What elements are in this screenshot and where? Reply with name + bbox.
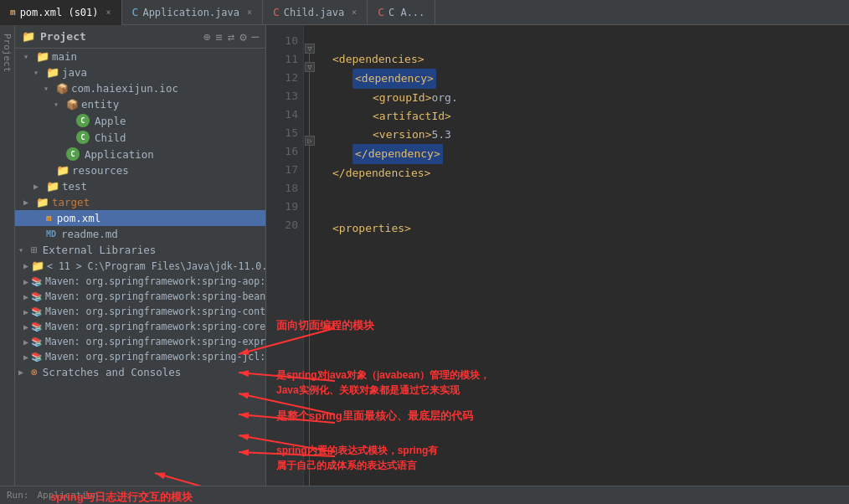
- tree-item-application[interactable]: C Application: [15, 146, 265, 162]
- xml-tag-16: dependency: [368, 147, 434, 160]
- settings-icon[interactable]: ⚙: [239, 30, 246, 44]
- maven-beans-arrow: ▶: [23, 292, 28, 301]
- maven-context-arrow: ▶: [23, 307, 28, 316]
- com-label: com.haiexijun.ioc: [71, 82, 178, 95]
- com-arrow: ▾: [44, 84, 54, 93]
- fold-marker-11[interactable]: ▽: [305, 44, 315, 54]
- maven-expression-label: Maven: org.springframework:spring-expres…: [45, 336, 266, 347]
- tab-more[interactable]: C C A...: [368, 0, 435, 25]
- xml-bracket-11b: >: [418, 50, 424, 69]
- status-bar: Run: Application: [0, 486, 849, 504]
- child-class-icon: C: [76, 131, 90, 144]
- tree-item-target[interactable]: ▶ 📁 target: [15, 194, 265, 210]
- xml-bracket-12b: >: [427, 72, 434, 85]
- resources-folder-icon: 📁: [56, 164, 69, 177]
- tree-item-apple[interactable]: C Apple: [15, 112, 265, 129]
- code-line-14: <artifactId>: [332, 107, 849, 126]
- tab-pom-xml-close[interactable]: ×: [106, 8, 111, 17]
- maven-context-icon: 📚: [31, 306, 43, 317]
- tree-item-java[interactable]: ▾ 📁 java: [15, 64, 265, 80]
- pom-xml-icon: m: [46, 213, 52, 224]
- fold-marker-17[interactable]: ▷: [305, 136, 315, 146]
- project-folder-icon: 📁: [22, 30, 35, 43]
- minimize-icon[interactable]: ─: [252, 30, 259, 44]
- xml-bracket-11a: <: [332, 50, 339, 69]
- tree-item-maven-core[interactable]: ▶ 📚 Maven: org.springframework:spring-co…: [15, 319, 265, 334]
- tab-application-java-close[interactable]: ×: [247, 8, 252, 17]
- tab-application-java-label: Application.java: [142, 7, 239, 18]
- java-label: java: [62, 66, 87, 79]
- tree-item-pom[interactable]: m pom.xml: [15, 210, 265, 226]
- package-icon: 📦: [56, 83, 69, 95]
- sidebar: 📁 Project ⊕ ≡ ⇄ ⚙ ─ ▾ 📁 main: [15, 25, 266, 486]
- tree-item-main[interactable]: ▾ 📁 main: [15, 49, 265, 64]
- scratches-arrow: ▶: [18, 368, 28, 377]
- test-label: test: [62, 180, 87, 193]
- tree-item-readme[interactable]: MD readme.md: [15, 226, 265, 242]
- tree-item-maven-beans[interactable]: ▶ 📚 Maven: org.springframework:spring-be…: [15, 289, 265, 304]
- tree-item-maven-jcl[interactable]: ▶ 📚 Maven: org.springframework:spring-jc…: [15, 349, 265, 364]
- java-blue-tab-icon: C: [132, 6, 139, 18]
- xml-tag-14: artifactId: [379, 107, 445, 126]
- main-label: main: [52, 50, 77, 63]
- tab-pom-xml[interactable]: m pom.xml (s01) ×: [0, 0, 122, 25]
- readme-label: readme.md: [61, 228, 118, 240]
- sync-icon[interactable]: ⊕: [203, 30, 210, 44]
- java-red-tab-icon: C: [273, 6, 280, 18]
- code-lines: <dependencies> <dependency> <groupId>org…: [316, 25, 849, 486]
- xml-bracket-20a: <: [332, 219, 339, 238]
- tree-item-com[interactable]: ▾ 📦 com.haiexijun.ioc: [15, 80, 265, 96]
- maven-aop-arrow: ▶: [23, 277, 28, 286]
- sidebar-title: Project: [40, 30, 86, 43]
- entity-arrow: ▾: [54, 100, 64, 109]
- left-panel: Project 📁 Project ⊕ ≡ ⇄ ⚙ ─: [0, 25, 266, 486]
- tree-item-maven-expression[interactable]: ▶ 📚 Maven: org.springframework:spring-ex…: [15, 334, 265, 349]
- scratches-icon: ⊗: [31, 366, 38, 378]
- xml-text-15: 5.3: [431, 126, 450, 144]
- xml-bracket-16b: >: [434, 147, 440, 160]
- apple-label: Apple: [95, 115, 126, 127]
- tab-application-java[interactable]: C Application.java ×: [122, 0, 263, 25]
- target-folder-icon: 📁: [36, 196, 49, 208]
- tree-item-maven-aop[interactable]: ▶ 📚 Maven: org.springframework:spring-ao…: [15, 274, 265, 289]
- child-label: Child: [95, 131, 126, 144]
- maven-context-label: Maven: org.springframework:spring-contex…: [45, 306, 266, 317]
- xml-bracket-17b: >: [424, 164, 431, 183]
- tree-item-scratches[interactable]: ▶ ⊗ Scratches and Consoles: [15, 364, 265, 380]
- java-more-tab-icon: C: [378, 6, 384, 18]
- tab-pom-xml-label: pom.xml (s01): [20, 7, 99, 18]
- maven-jcl-label: Maven: org.springframework:spring-jcl:5.…: [45, 351, 266, 363]
- tree-item-test[interactable]: ▶ 📁 test: [15, 178, 265, 194]
- fold-marker-12[interactable]: ▽: [305, 62, 315, 72]
- maven-expression-icon: 📚: [31, 337, 43, 347]
- test-folder-icon: 📁: [46, 180, 59, 193]
- split-icon[interactable]: ⇄: [228, 30, 234, 44]
- list-icon[interactable]: ≡: [215, 30, 222, 44]
- tree-item-child[interactable]: C Child: [15, 129, 265, 146]
- sidebar-header: 📁 Project ⊕ ≡ ⇄ ⚙ ─: [15, 25, 265, 49]
- tab-child-java-close[interactable]: ×: [352, 8, 357, 17]
- readme-md-icon: MD: [46, 229, 56, 239]
- tree-item-resources[interactable]: 📁 resources: [15, 162, 265, 178]
- code-content: 10 11 12 13 14 15 16 17 18 19 20 ▽: [266, 25, 849, 486]
- main-arrow: ▾: [23, 52, 33, 61]
- xml-tag-15: version: [379, 126, 425, 144]
- xml-bracket-13a: <: [373, 89, 379, 107]
- test-arrow: ▶: [33, 182, 44, 191]
- xml-bracket-15b: >: [425, 126, 432, 144]
- target-label: target: [52, 196, 90, 208]
- xml-tab-icon: m: [10, 7, 16, 18]
- pom-label: pom.xml: [57, 212, 101, 224]
- tree-item-maven-context[interactable]: ▶ 📚 Maven: org.springframework:spring-co…: [15, 304, 265, 319]
- code-line-11: <dependencies>: [332, 50, 849, 69]
- jdk11-arrow: ▶: [23, 261, 28, 270]
- code-line-15: <version>5.3: [332, 126, 849, 144]
- tree-item-ext-lib[interactable]: ▾ ⊞ External Libraries: [15, 242, 265, 258]
- xml-bracket-13b: >: [425, 89, 432, 107]
- tab-child-java[interactable]: C Child.java ×: [263, 0, 368, 25]
- application-class-icon: C: [66, 147, 80, 161]
- tree-item-entity[interactable]: ▾ 📦 entity: [15, 96, 265, 112]
- tree-item-jdk11[interactable]: ▶ 📁 < 11 > C:\Program Files\Java\jdk-11.…: [15, 258, 265, 274]
- code-line-12: <dependency>: [332, 69, 849, 89]
- tab-child-java-label: Child.java: [284, 7, 344, 18]
